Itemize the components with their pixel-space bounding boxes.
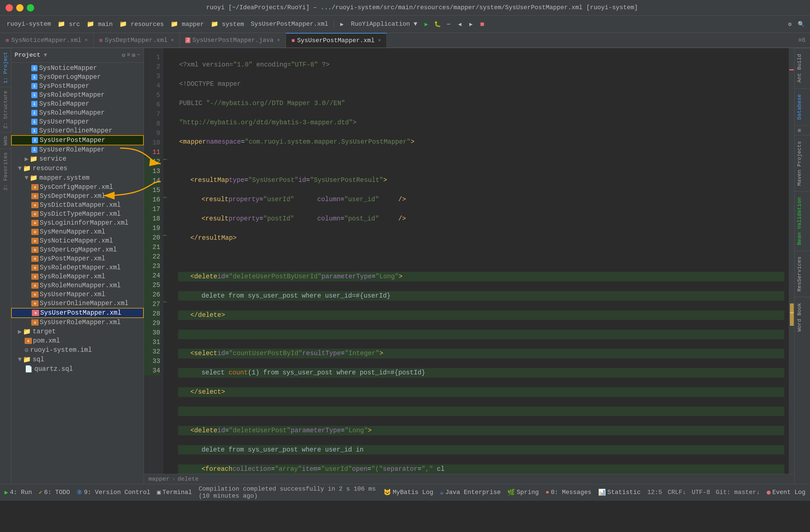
- tab-scroll-left[interactable]: ≡6: [798, 37, 806, 44]
- status-git[interactable]: Git: master↓: [716, 489, 760, 496]
- tree-item-sysdicttypemapper-xml[interactable]: ≋ SysDictTypeMapper.xml: [11, 210, 144, 218]
- run-button[interactable]: ▶: [422, 20, 431, 29]
- collapse-icon[interactable]: −: [137, 52, 140, 59]
- tree-item-sysrolemenumapper-xml[interactable]: ≋ SysRoleMenuMapper.xml: [11, 281, 144, 290]
- tree-item-sysuserpostmapper-java[interactable]: i SysUserPostMapper: [11, 135, 144, 145]
- tree-item-resources[interactable]: ▼ 📁 resources: [11, 164, 144, 173]
- panel-maven[interactable]: Maven Projects: [795, 135, 810, 192]
- status-statistic[interactable]: 📊 Statistic: [598, 489, 641, 496]
- status-linesep[interactable]: CRLF↓: [668, 489, 686, 496]
- panel-database[interactable]: Database: [795, 88, 810, 125]
- tree-item-sysoperlogmapper[interactable]: i SysOperLogMapper: [11, 73, 144, 82]
- tab-close-icon[interactable]: ×: [85, 37, 88, 43]
- tree-item-syspostmapper-xml[interactable]: ≋ SysPostMapper.xml: [11, 254, 144, 263]
- panel-bean[interactable]: Bean Validation: [795, 192, 810, 251]
- status-event-log[interactable]: Event Log: [767, 489, 806, 496]
- code-area[interactable]: <?xml version="1.0" encoding="UTF-8" ?> …: [174, 48, 789, 474]
- expand-icon[interactable]: ⊞: [132, 52, 135, 59]
- gutter-arrow-16[interactable]: ←: [163, 193, 167, 202]
- vtab-favorites[interactable]: 2: Favorites: [0, 149, 11, 194]
- tree-item-sysnoticemapper[interactable]: i SysNoticeMapper: [11, 64, 144, 73]
- tab-sysuserpostmapper-java[interactable]: J SysUserPostMapper.java ×: [180, 33, 286, 48]
- breadcrumb-mapper[interactable]: mapper: [148, 476, 170, 482]
- tree-item-sysconfigmapper-xml[interactable]: ≋ SysConfigMapper.xml: [11, 183, 144, 192]
- toolbar-main[interactable]: 📁 main: [84, 19, 115, 29]
- status-run[interactable]: ▶ 4: Run: [4, 489, 32, 496]
- panel-res[interactable]: ResServices: [795, 251, 810, 297]
- tree-item-sysrolemapper-xml[interactable]: ≋ SysRoleMapper.xml: [11, 272, 144, 281]
- tab-close-icon[interactable]: ×: [277, 37, 280, 43]
- debug-button[interactable]: 🐛: [433, 20, 442, 29]
- tree-item-iml[interactable]: ⚙ ruoyi-system.iml: [11, 345, 144, 355]
- status-java-enterprise[interactable]: ☕ Java Enterprise: [440, 489, 501, 496]
- tree-item-sysnoticemapper-xml[interactable]: ≋ SysNoticeMapper.xml: [11, 236, 144, 245]
- status-encoding[interactable]: UTF-8: [692, 489, 710, 496]
- toolbar-src[interactable]: 📁 src: [55, 19, 82, 29]
- back-button[interactable]: ◀: [455, 20, 464, 29]
- tree-item-sysuseronlinemapper-xml[interactable]: ≋ SysUserOnlineMapper.xml: [11, 299, 144, 308]
- forward-button[interactable]: ▶: [467, 20, 475, 29]
- status-messages[interactable]: ● 0: Messages: [546, 489, 592, 496]
- panel-ant-build[interactable]: Ant Build: [795, 48, 810, 88]
- tree-item-pom-xml[interactable]: ≋ pom.xml: [11, 336, 144, 345]
- panel-m[interactable]: m: [795, 125, 810, 135]
- breadcrumb-delete[interactable]: delete: [177, 476, 199, 482]
- status-mybatis[interactable]: 🐱 MyBatis Log: [384, 489, 433, 496]
- maximize-button[interactable]: [27, 4, 34, 12]
- tree-item-sysrolemapper[interactable]: i SysRoleMapper: [11, 99, 144, 109]
- tree-item-sysuserolemapper[interactable]: i SysUserRoleMapper: [11, 145, 144, 154]
- toolbar-file[interactable]: SysUserPostMapper.xml: [248, 20, 330, 29]
- status-spring[interactable]: 🌿 Spring: [507, 489, 539, 496]
- tree-item-syspostmapper[interactable]: i SysPostMapper: [11, 82, 144, 90]
- tree-item-sysroledeptmapper[interactable]: i SysRoleDeptMapper: [11, 90, 144, 99]
- gutter-arrow-20[interactable]: ←: [163, 231, 167, 240]
- tree-item-target[interactable]: ▶ 📁 target: [11, 327, 144, 336]
- vtab-project[interactable]: 1: Project: [0, 48, 11, 87]
- tree-item-quartz-sql[interactable]: 📄 quartz.sql: [11, 364, 144, 374]
- tree-item-sysoperlogmapper-xml[interactable]: ≋ SysOperLogMapper.xml: [11, 245, 144, 254]
- tab-close-icon[interactable]: ×: [171, 37, 174, 43]
- status-terminal[interactable]: ▣ Terminal: [157, 489, 192, 496]
- tree-item-sysrolemenumapper[interactable]: i SysRoleMenuMapper: [11, 109, 144, 117]
- vtab-structure[interactable]: Z: Structure: [0, 87, 11, 132]
- gutter-arrow-12[interactable]: ←: [163, 155, 167, 164]
- stop-button[interactable]: ⏹: [478, 20, 487, 29]
- status-position[interactable]: 12:5: [647, 489, 662, 496]
- tree-item-sysusermapper[interactable]: i SysUserMapper: [11, 117, 144, 126]
- tree-item-sysusermapper-xml[interactable]: ≋ SysUserMapper.xml: [11, 290, 144, 299]
- tree-item-mapper-system[interactable]: ▼ 📁 mapper.system: [11, 173, 144, 183]
- tree-item-sysmenumapper-xml[interactable]: ≋ SysMenuMapper.xml: [11, 228, 144, 236]
- toolbar-system[interactable]: 📁 system: [209, 19, 246, 29]
- toolbar-mapper[interactable]: 📁 mapper: [168, 19, 206, 29]
- gear-icon[interactable]: ⚙: [122, 52, 125, 59]
- run-config-label[interactable]: RuoYiApplication ▼: [349, 20, 420, 29]
- tree-item-sysdictdatamapper-xml[interactable]: ≋ SysDictDataMapper.xml: [11, 201, 144, 210]
- panel-word[interactable]: Word Book: [795, 297, 810, 337]
- toolbar-project[interactable]: ruoyi-system: [4, 20, 53, 29]
- vtab-web[interactable]: Web: [0, 132, 11, 149]
- gutter-arrow-27[interactable]: ←: [163, 297, 167, 307]
- status-todo[interactable]: ✓ 6: TODO: [38, 489, 70, 496]
- toolbar-resources[interactable]: 📁 resources: [117, 19, 166, 29]
- more-button[interactable]: ⋯: [444, 20, 453, 29]
- tree-item-sysuserpostmapper-xml[interactable]: ≋ SysUserPostMapper.xml: [11, 308, 144, 318]
- tab-sysuserpostmapper-xml[interactable]: ■ SysUserPostMapper.xml ×: [286, 33, 387, 48]
- tree-item-service[interactable]: ▶ 📁 service: [11, 154, 144, 164]
- settings-icon[interactable]: ⚙: [785, 20, 794, 29]
- tree-item-sql[interactable]: ▼ 📁 sql: [11, 355, 144, 364]
- settings-icon[interactable]: ≡: [127, 52, 130, 59]
- run-config[interactable]: ▶: [337, 20, 346, 29]
- tab-sysdeptmapper[interactable]: ≋ SysDeptMapper.xml ×: [94, 33, 180, 48]
- status-vcs[interactable]: ⑨ 9: Version Control: [77, 489, 150, 496]
- tree-item-sysuserrolemapper-xml[interactable]: ≋ SysUserRoleMapper.xml: [11, 318, 144, 327]
- tree-item-sysdeptmapper-xml[interactable]: ≋ SysDeptMapper.xml: [11, 192, 144, 201]
- tree-item-syslogininformapper-xml[interactable]: ≋ SysLogininforMapper.xml: [11, 218, 144, 228]
- search-icon[interactable]: 🔍: [797, 20, 806, 29]
- tree-item-sysroledeptmapper-xml[interactable]: ≋ SysRoleDeptMapper.xml: [11, 263, 144, 272]
- sidebar-dropdown-icon[interactable]: ▼: [44, 52, 47, 59]
- minimize-button[interactable]: [16, 4, 23, 12]
- tab-close-icon[interactable]: ×: [378, 38, 381, 43]
- close-button[interactable]: [5, 4, 13, 12]
- tree-item-sysuseronlinemapper[interactable]: i SysUserOnlineMapper: [11, 126, 144, 135]
- tab-sysnoticemapper[interactable]: ≋ SysNoticeMapper.xml ×: [0, 33, 94, 48]
